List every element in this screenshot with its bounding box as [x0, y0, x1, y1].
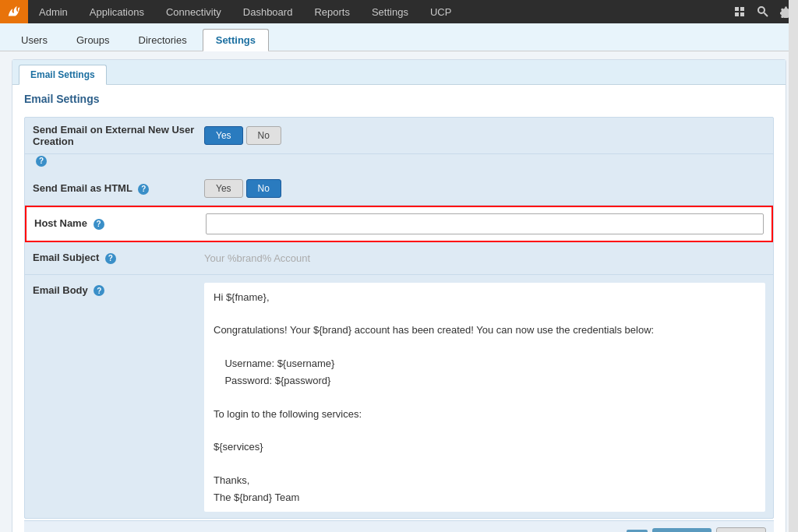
send-external-help-icon[interactable]: ?: [36, 156, 47, 167]
host-name-value[interactable]: [206, 213, 764, 234]
send-external-label: Send Email on External New User Creation: [33, 124, 204, 147]
nav-connectivity[interactable]: Connectivity: [155, 0, 232, 23]
svg-rect-0: [735, 7, 739, 11]
svg-point-4: [758, 7, 764, 13]
nav-ucp[interactable]: UCP: [419, 0, 462, 23]
nav-dashboard[interactable]: Dashboard: [232, 0, 304, 23]
svg-rect-2: [735, 12, 739, 16]
notifications-icon[interactable]: [728, 0, 751, 23]
search-icon[interactable]: [751, 0, 775, 23]
host-name-label: Host Name ?: [34, 217, 206, 230]
bottom-bar: » Submit Reset: [24, 520, 774, 532]
sub-tabs: Users Groups Directories Settings: [0, 23, 798, 51]
email-body-label: Email Body ?: [33, 283, 204, 297]
send-html-help-icon[interactable]: ?: [138, 184, 149, 195]
nav-items: Admin Applications Connectivity Dashboar…: [28, 0, 728, 23]
tab-settings[interactable]: Settings: [203, 29, 269, 51]
send-external-no-btn[interactable]: No: [246, 126, 281, 145]
section-title: Email Settings: [24, 93, 774, 109]
tab-users[interactable]: Users: [8, 29, 61, 51]
nav-admin[interactable]: Admin: [28, 0, 79, 23]
svg-rect-3: [740, 12, 744, 16]
logo: [0, 0, 28, 23]
tab-groups[interactable]: Groups: [63, 29, 123, 51]
send-html-label: Send Email as HTML ?: [33, 182, 204, 195]
email-subject-placeholder: Your %brand% Account: [204, 252, 310, 264]
nav-settings[interactable]: Settings: [361, 0, 419, 23]
send-html-row: Send Email as HTML ? Yes No: [25, 173, 773, 206]
email-body-value: Hi ${fname}, Congratulations! Your ${bra…: [204, 283, 765, 513]
host-name-help-icon[interactable]: ?: [94, 219, 104, 230]
svg-line-5: [764, 13, 768, 17]
inner-tabs: Email Settings: [12, 60, 786, 85]
email-subject-label: Email Subject ?: [33, 252, 204, 264]
email-subject-value: Your %brand% Account: [204, 252, 765, 264]
scrollbar[interactable]: [789, 0, 798, 532]
send-html-no-btn[interactable]: No: [246, 179, 281, 198]
send-external-btngroup: Yes No: [204, 126, 765, 145]
send-external-row: Send Email on External New User Creation…: [25, 118, 773, 154]
send-html-value: Yes No: [204, 179, 765, 198]
email-subject-row: Email Subject ? Your %brand% Account: [25, 242, 773, 275]
email-body-row: Email Body ? Hi ${fname}, Congratulation…: [25, 275, 773, 519]
reset-button[interactable]: Reset: [716, 527, 766, 532]
main-content: Email Settings Email Settings Send Email…: [0, 51, 798, 532]
nav-right-icons: [728, 0, 798, 23]
form-content: Email Settings Send Email on External Ne…: [12, 85, 786, 532]
host-name-input[interactable]: [206, 213, 764, 234]
nav-reports[interactable]: Reports: [303, 0, 361, 23]
email-body-content: Hi ${fname}, Congratulations! Your ${bra…: [204, 283, 765, 513]
send-html-yes-btn[interactable]: Yes: [204, 179, 243, 198]
email-subject-help-icon[interactable]: ?: [105, 253, 116, 264]
tab-email-settings[interactable]: Email Settings: [19, 65, 107, 85]
content-card: Email Settings Email Settings Send Email…: [12, 59, 786, 532]
send-external-yes-btn[interactable]: Yes: [204, 126, 243, 145]
svg-rect-1: [740, 7, 744, 11]
nav-applications[interactable]: Applications: [79, 0, 155, 23]
logo-icon: [5, 3, 23, 20]
submit-button[interactable]: Submit: [652, 528, 711, 532]
send-html-btngroup: Yes No: [204, 179, 765, 198]
form-section: Send Email on External New User Creation…: [24, 117, 774, 519]
top-navigation: Admin Applications Connectivity Dashboar…: [0, 0, 798, 23]
send-external-value: Yes No: [204, 126, 765, 145]
host-name-row: Host Name ?: [25, 206, 773, 242]
tab-directories[interactable]: Directories: [125, 29, 200, 51]
email-body-help-icon[interactable]: ?: [94, 285, 104, 296]
